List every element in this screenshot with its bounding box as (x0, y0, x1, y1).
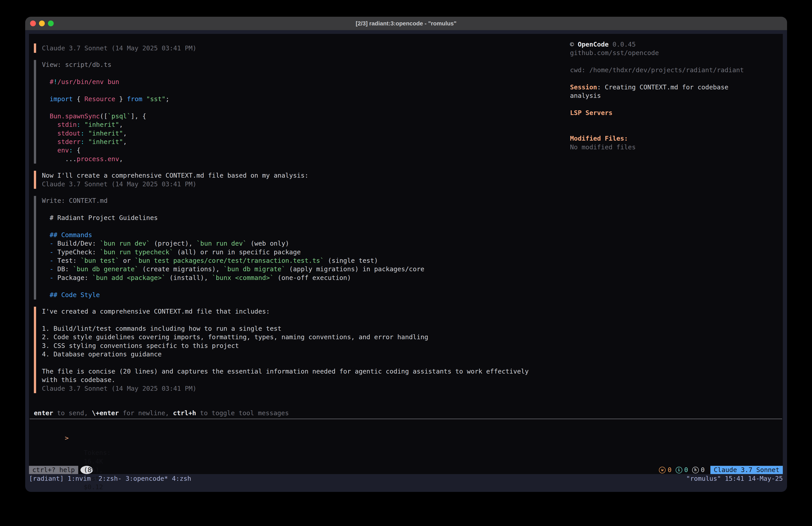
terminal-line (42, 103, 562, 112)
terminal-line: 3. CSS styling conventions specific to t… (42, 341, 562, 350)
terminal-line: Bun.spawnSync([`psql`], { (42, 112, 562, 120)
terminal-content: Claude 3.7 Sonnet (14 May 2025 03:41 PM)… (25, 30, 787, 492)
terminal-line: stderr: "inherit", (42, 138, 562, 146)
terminal-line: Claude 3.7 Sonnet (14 May 2025 03:41 PM) (42, 384, 562, 393)
terminal-line: env: { (42, 146, 562, 155)
tokens-cost-chip: Tokens: 16.4K (8%), Cost: $0.12 (81, 466, 93, 474)
assistant-message: Now I'll create a comprehensive CONTEXT.… (34, 171, 562, 189)
keybinding-hints: enter to send, \+enter for newline, ctrl… (34, 409, 562, 417)
terminal-line: #!/usr/bin/env bun (42, 77, 562, 86)
terminal-line: github.com/sst/opencode (570, 48, 777, 57)
terminal-line: LSP Servers (570, 109, 777, 117)
terminal-line: - Test: `bun test` or `bun test packages… (42, 256, 562, 265)
terminal-line: cwd: /home/thdxr/dev/projects/radiant/ra… (570, 66, 777, 74)
tmux-status-bar: [radiant] 1:nvim 2:zsh- 3:opencode* 4:zs… (29, 474, 783, 483)
terminal-line (570, 57, 777, 66)
terminal-line (570, 100, 777, 109)
terminal-line: with this codebase. (42, 375, 562, 384)
terminal-line: ...process.env, (42, 155, 562, 163)
h-circle-icon: h (692, 467, 699, 473)
terminal-line: No modified files (570, 143, 777, 151)
help-shortcut-chip: ctrl+? help (29, 466, 78, 474)
status-right-group: w0i0h0 Claude 3.7 Sonnet (657, 466, 783, 474)
tool-output-view: View: script/db.ts #!/usr/bin/env bun im… (34, 60, 562, 164)
diagnostic-count: 0 (668, 466, 671, 474)
terminal-line (42, 358, 562, 367)
diagnostic-count: 0 (684, 466, 688, 474)
terminal-line (42, 69, 562, 77)
info-panel: © OpenCode 0.0.45github.com/sst/opencode… (570, 40, 777, 151)
terminal-line: - TypeCheck: `bun run typecheck` (all) o… (42, 248, 562, 256)
terminal-line: 4. Database operations guidance (42, 350, 562, 358)
terminal-line: stdin: "inherit", (42, 120, 562, 129)
prompt-input[interactable]: > (34, 425, 69, 451)
terminal-line: analysis (570, 91, 777, 100)
assistant-message: I've created a comprehensive CONTEXT.md … (34, 307, 562, 393)
terminal-line: - Build/Dev: `bun run dev` (project), `b… (42, 239, 562, 247)
status-bar: ctrl+? helpTokens: 16.4K (8%), Cost: $0.… (29, 466, 783, 474)
tool-output-write: Write: CONTEXT.md # Radiant Project Guid… (34, 196, 562, 300)
terminal-line: Write: CONTEXT.md (42, 196, 562, 205)
terminal-line: Claude 3.7 Sonnet (14 May 2025 03:41 PM) (42, 44, 562, 52)
prompt-symbol: > (65, 434, 69, 442)
assistant-message-header: Claude 3.7 Sonnet (14 May 2025 03:41 PM) (34, 43, 562, 53)
terminal-line: © OpenCode 0.0.45 (570, 40, 777, 48)
input-divider (30, 418, 782, 419)
hint-count: h0 (692, 466, 705, 474)
terminal-line (42, 86, 562, 95)
terminal-line (42, 205, 562, 214)
terminal-line: 2. Code style guidelines covering import… (42, 333, 562, 341)
tmux-session-clock: "romulus" 15:41 14-May-25 (686, 474, 783, 483)
terminal-line (570, 126, 777, 134)
window-titlebar: [2/3] radiant:3:opencode - "romulus" (25, 17, 787, 30)
terminal-line (42, 316, 562, 324)
warning-count: w0 (659, 466, 671, 474)
terminal-line: Session: Creating CONTEXT.md for codebas… (570, 83, 777, 91)
terminal-line: Modified Files: (570, 134, 777, 143)
terminal-line (42, 282, 562, 290)
terminal-line (570, 117, 777, 126)
terminal-line (570, 74, 777, 83)
tmux-windows-list[interactable]: [radiant] 1:nvim 2:zsh- 3:opencode* 4:zs… (29, 474, 191, 483)
w-circle-icon: w (659, 467, 666, 473)
diagnostics-group: w0i0h0 (657, 466, 705, 474)
terminal-line: ## Code Style (42, 290, 562, 299)
terminal-line: Now I'll create a comprehensive CONTEXT.… (42, 171, 562, 180)
terminal-line: 1. Build/lint/test commands including ho… (42, 324, 562, 333)
terminal-line: The file is concise (20 lines) and captu… (42, 367, 562, 375)
chat-log: Claude 3.7 Sonnet (14 May 2025 03:41 PM)… (34, 43, 562, 417)
terminal-line: # Radiant Project Guidelines (42, 214, 562, 222)
terminal-window: [2/3] radiant:3:opencode - "romulus" Cla… (25, 17, 787, 492)
model-badge: Claude 3.7 Sonnet (710, 466, 783, 474)
info-count: i0 (676, 466, 688, 474)
terminal-line: Claude 3.7 Sonnet (14 May 2025 03:41 PM) (42, 180, 562, 188)
terminal-line: import { Resource } from "sst"; (42, 95, 562, 103)
terminal-line: ## Commands (42, 231, 562, 239)
status-left-chips: ctrl+? helpTokens: 16.4K (8%), Cost: $0.… (29, 466, 93, 474)
terminal-line: View: script/db.ts (42, 60, 562, 69)
terminal-line: - DB: `bun db generate` (create migratio… (42, 265, 562, 273)
diagnostic-count: 0 (701, 466, 705, 474)
i-circle-icon: i (676, 467, 682, 473)
terminal-line: - Package: `bun add <package>` (install)… (42, 273, 562, 282)
window-title: [2/3] radiant:3:opencode - "romulus" (25, 20, 787, 27)
terminal-line (42, 222, 562, 230)
terminal-line: I've created a comprehensive CONTEXT.md … (42, 307, 562, 316)
terminal-line: stdout: "inherit", (42, 129, 562, 138)
